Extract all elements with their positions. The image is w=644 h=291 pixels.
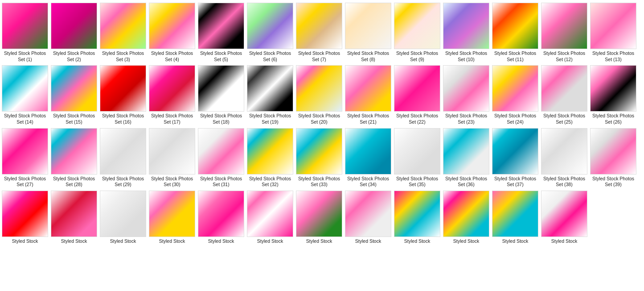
thumb-content bbox=[2, 3, 48, 49]
gallery-item-21[interactable]: Styled Stock Photos Set (21) bbox=[344, 64, 392, 126]
gallery-item-40[interactable]: Styled Stock bbox=[1, 190, 49, 245]
gallery-item-31[interactable]: Styled Stock Photos Set (31) bbox=[197, 127, 245, 189]
item-label-47: Styled Stock bbox=[355, 238, 381, 245]
thumbnail-1 bbox=[2, 3, 48, 49]
thumbnail-46 bbox=[296, 191, 342, 237]
gallery-item-46[interactable]: Styled Stock bbox=[295, 190, 343, 245]
gallery-item-49[interactable]: Styled Stock bbox=[442, 190, 490, 245]
thumb-content bbox=[51, 3, 97, 49]
thumbnail-33 bbox=[296, 128, 342, 175]
item-label-24: Styled Stock Photos Set (24) bbox=[492, 113, 538, 125]
gallery-item-28[interactable]: Styled Stock Photos Set (28) bbox=[50, 127, 98, 189]
item-label-13: Styled Stock Photos Set (13) bbox=[590, 50, 636, 62]
gallery-item-3[interactable]: Styled Stock Photos Set (3) bbox=[99, 2, 147, 63]
gallery-item-8[interactable]: Styled Stock Photos Set (8) bbox=[344, 2, 392, 63]
item-label-46: Styled Stock bbox=[306, 238, 332, 245]
item-label-12: Styled Stock Photos Set (12) bbox=[541, 50, 587, 62]
gallery-item-23[interactable]: Styled Stock Photos Set (23) bbox=[442, 64, 490, 126]
thumbnail-49 bbox=[443, 191, 489, 237]
gallery-grid: Styled Stock Photos Set (1)Styled Stock … bbox=[0, 0, 644, 247]
item-label-36: Styled Stock Photos Set (36) bbox=[443, 176, 489, 188]
gallery-item-43[interactable]: Styled Stock bbox=[148, 190, 196, 245]
thumbnail-48 bbox=[394, 191, 440, 237]
gallery-item-36[interactable]: Styled Stock Photos Set (36) bbox=[442, 127, 490, 189]
gallery-item-11[interactable]: Styled Stock Photos Set (11) bbox=[491, 2, 539, 63]
gallery-item-10[interactable]: Styled Stock Photos Set (10) bbox=[442, 2, 490, 63]
gallery-item-50[interactable]: Styled Stock bbox=[491, 190, 539, 245]
gallery-item-38[interactable]: Styled Stock Photos Set (38) bbox=[540, 127, 588, 189]
item-label-5: Styled Stock Photos Set (5) bbox=[198, 50, 244, 62]
gallery-item-4[interactable]: Styled Stock Photos Set (4) bbox=[148, 2, 196, 63]
item-label-30: Styled Stock Photos Set (30) bbox=[149, 176, 195, 188]
gallery-item-7[interactable]: Styled Stock Photos Set (7) bbox=[295, 2, 343, 63]
item-label-45: Styled Stock bbox=[257, 238, 283, 245]
gallery-item-12[interactable]: Styled Stock Photos Set (12) bbox=[540, 2, 588, 63]
item-label-3: Styled Stock Photos Set (3) bbox=[100, 50, 146, 62]
gallery-item-6[interactable]: Styled Stock Photos Set (6) bbox=[246, 2, 294, 63]
gallery-item-29[interactable]: Styled Stock Photos Set (29) bbox=[99, 127, 147, 189]
gallery-item-48[interactable]: Styled Stock bbox=[393, 190, 441, 245]
gallery-item-51[interactable]: Styled Stock bbox=[540, 190, 588, 245]
item-label-42: Styled Stock bbox=[110, 238, 136, 245]
item-label-50: Styled Stock bbox=[502, 238, 528, 245]
gallery-item-20[interactable]: Styled Stock Photos Set (20) bbox=[295, 64, 343, 126]
gallery-item-35[interactable]: Styled Stock Photos Set (35) bbox=[393, 127, 441, 189]
item-label-8: Styled Stock Photos Set (8) bbox=[345, 50, 391, 62]
gallery-item-39[interactable]: Styled Stock Photos Set (39) bbox=[589, 127, 637, 189]
thumb-content bbox=[443, 191, 489, 237]
thumbnail-37 bbox=[492, 128, 538, 175]
gallery-item-27[interactable]: Styled Stock Photos Set (27) bbox=[1, 127, 49, 189]
gallery-item-33[interactable]: Styled Stock Photos Set (33) bbox=[295, 127, 343, 189]
gallery-item-18[interactable]: Styled Stock Photos Set (18) bbox=[197, 64, 245, 126]
thumbnail-41 bbox=[51, 191, 97, 237]
gallery-item-32[interactable]: Styled Stock Photos Set (32) bbox=[246, 127, 294, 189]
item-label-33: Styled Stock Photos Set (33) bbox=[296, 176, 342, 188]
gallery-item-34[interactable]: Styled Stock Photos Set (34) bbox=[344, 127, 392, 189]
gallery-item-37[interactable]: Styled Stock Photos Set (37) bbox=[491, 127, 539, 189]
gallery-item-47[interactable]: Styled Stock bbox=[344, 190, 392, 245]
gallery-item-15[interactable]: Styled Stock Photos Set (15) bbox=[50, 64, 98, 126]
thumb-content bbox=[541, 191, 587, 237]
thumbnail-20 bbox=[296, 65, 342, 112]
thumbnail-7 bbox=[296, 3, 342, 49]
thumb-content bbox=[100, 129, 146, 174]
thumb-content bbox=[2, 129, 48, 174]
thumbnail-40 bbox=[2, 191, 48, 237]
thumb-content bbox=[2, 191, 48, 237]
gallery-item-45[interactable]: Styled Stock bbox=[246, 190, 294, 245]
gallery-item-44[interactable]: Styled Stock bbox=[197, 190, 245, 245]
item-label-38: Styled Stock Photos Set (38) bbox=[541, 176, 587, 188]
gallery-item-41[interactable]: Styled Stock bbox=[50, 190, 98, 245]
gallery-item-9[interactable]: Styled Stock Photos Set (9) bbox=[393, 2, 441, 63]
thumb-content bbox=[443, 3, 489, 49]
gallery-item-1[interactable]: Styled Stock Photos Set (1) bbox=[1, 2, 49, 63]
thumb-content bbox=[541, 129, 587, 174]
gallery-item-2[interactable]: Styled Stock Photos Set (2) bbox=[50, 2, 98, 63]
gallery-item-19[interactable]: Styled Stock Photos Set (19) bbox=[246, 64, 294, 126]
thumbnail-15 bbox=[51, 65, 97, 112]
gallery-item-14[interactable]: Styled Stock Photos Set (14) bbox=[1, 64, 49, 126]
gallery-item-17[interactable]: Styled Stock Photos Set (17) bbox=[148, 64, 196, 126]
gallery-item-13[interactable]: Styled Stock Photos Set (13) bbox=[589, 2, 637, 63]
item-label-51: Styled Stock bbox=[551, 238, 577, 245]
thumb-content bbox=[541, 3, 587, 49]
gallery-item-24[interactable]: Styled Stock Photos Set (24) bbox=[491, 64, 539, 126]
gallery-item-26[interactable]: Styled Stock Photos Set (26) bbox=[589, 64, 637, 126]
thumbnail-42 bbox=[100, 191, 146, 237]
thumbnail-4 bbox=[149, 3, 195, 49]
item-label-35: Styled Stock Photos Set (35) bbox=[394, 176, 440, 188]
gallery-item-22[interactable]: Styled Stock Photos Set (22) bbox=[393, 64, 441, 126]
gallery-item-16[interactable]: Styled Stock Photos Set (16) bbox=[99, 64, 147, 126]
gallery-item-5[interactable]: Styled Stock Photos Set (5) bbox=[197, 2, 245, 63]
thumb-content bbox=[51, 66, 97, 111]
gallery-item-25[interactable]: Styled Stock Photos Set (25) bbox=[540, 64, 588, 126]
thumb-content bbox=[443, 129, 489, 174]
item-label-16: Styled Stock Photos Set (16) bbox=[100, 113, 146, 125]
thumb-content bbox=[247, 191, 293, 237]
thumb-content bbox=[149, 129, 195, 174]
thumb-content bbox=[492, 129, 538, 174]
thumb-content bbox=[296, 66, 342, 111]
gallery-item-42[interactable]: Styled Stock bbox=[99, 190, 147, 245]
gallery-item-30[interactable]: Styled Stock Photos Set (30) bbox=[148, 127, 196, 189]
thumbnail-9 bbox=[394, 3, 440, 49]
